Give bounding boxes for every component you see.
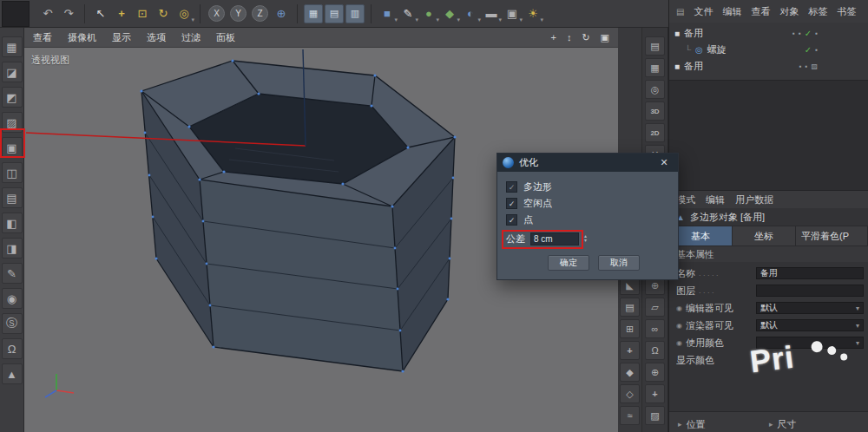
x-axis-lock[interactable]: X [208,5,225,22]
link-icon[interactable]: ∞ [645,319,665,338]
enabled-check-icon[interactable]: ✓ [805,45,812,55]
polygons-mode-icon[interactable]: ▤ [2,187,23,208]
om-menu-bookmarks[interactable]: 书签 [837,5,856,18]
spline-pen-icon[interactable]: ✎ ▾ [398,3,418,24]
pan-view-icon[interactable]: + [550,32,556,43]
attr-menu-userdata[interactable]: 用户数据 [735,193,773,206]
editor-visibility-select[interactable]: 默认 ▾ [756,302,864,314]
close-icon[interactable]: ✕ [655,157,673,168]
brush-tool-icon[interactable]: ◉ [2,288,23,309]
model-mode-icon[interactable]: ◪ [2,62,23,82]
section-basic-properties[interactable]: 基本属性 [669,246,868,262]
texture-mode-icon[interactable]: ◩ [2,87,23,108]
texture2-icon[interactable]: ▨ [645,406,665,425]
ok-button[interactable]: 确定 [548,255,589,271]
last-tool-icon[interactable]: ◎ ▾ [174,3,194,24]
om-menu-edit[interactable]: 编辑 [722,5,741,18]
subdivision-surface-icon[interactable]: ● ▾ [419,3,438,24]
triangle-icon[interactable]: ▸ [678,420,682,429]
wave-icon[interactable]: ≈ [620,406,640,425]
om-menu-tags[interactable]: 标签 [808,5,827,18]
tree-item-beiyong-2[interactable]: ■ 备用 ▪ ▪ ▨ [669,58,868,75]
visibility-dot-icon[interactable]: ▪ [815,46,818,54]
toggle-view-icon[interactable]: ▣ [601,32,609,43]
rotate-view-icon[interactable]: ↻ [582,32,589,43]
tree-item-beiyong-1[interactable]: ■ 备用 ▪ ▪ ✓ ▪ [669,25,868,42]
layer-dot-icon[interactable]: ▪ [806,62,808,70]
tolerance-input[interactable]: 8 cm [530,232,579,245]
om-menu-file[interactable]: 文件 [694,5,713,18]
magnet-tool-icon[interactable]: Ω [2,338,23,359]
spinner-stepper[interactable]: ▴ ▾ [584,234,587,243]
hex-icon[interactable]: ◇ [620,384,640,403]
points-mode-icon[interactable]: ▣ [2,137,23,158]
renderer-visibility-select[interactable]: 默认 ▾ [756,319,864,331]
axis-cross-icon[interactable]: + [620,341,640,360]
layer-dot-icon[interactable]: ▪ [799,29,801,37]
visibility-dot-icon[interactable]: ▪ [815,29,818,37]
hatch-icon[interactable]: ▤ [620,298,640,317]
vp-menu-panel[interactable]: 面板 [216,31,235,44]
panel-menu-icon[interactable]: ▤ [676,7,684,16]
camera-icon[interactable]: ▣ ▾ [503,3,522,24]
om-menu-view[interactable]: 查看 [751,5,770,18]
checkbox-row-polygons[interactable]: ✓ 多边形 [506,179,669,195]
render-settings-icon[interactable]: ▥ [345,4,365,23]
sculpt-tool-icon[interactable]: Ⓢ [2,313,23,334]
select-tool-icon[interactable]: ↖ [91,3,110,24]
attr-menu-edit[interactable]: 编辑 [706,193,725,206]
floor-icon[interactable]: ▬ ▾ [482,3,501,24]
coords-panel-icon[interactable]: ▤ [645,36,665,56]
spinner-down-icon[interactable]: ▾ [584,239,587,243]
deformers-icon[interactable]: ◐ ▾ [461,3,480,24]
paint-tool-icon[interactable]: ✎ [2,263,23,284]
primitive-cube-icon[interactable]: ■ ▾ [378,3,397,24]
view-3d-icon[interactable]: 3D [645,101,665,121]
layer-dot-icon[interactable]: ▪ [792,29,795,37]
y-axis-lock[interactable]: Y [230,5,247,22]
use-color-select[interactable]: ▾ [756,337,864,349]
layer-field[interactable] [756,285,864,297]
workplane-mode-icon[interactable]: ▨ [2,112,23,133]
name-field[interactable]: 备用 [756,267,864,279]
grid-green-icon[interactable]: ⊞ [620,319,640,338]
coord-system-icon[interactable]: ⊕ [272,3,291,24]
gem-icon[interactable]: ◆ [620,363,640,382]
axis-lock-icon[interactable]: ◨ [2,238,23,259]
enable-axis-icon[interactable]: ◧ [2,213,23,233]
render-view-icon[interactable]: ▦ [304,4,323,23]
vp-menu-view[interactable]: 查看 [33,31,52,44]
axis-gizmo-icon[interactable]: ▲ [2,363,23,384]
vp-menu-options[interactable]: 选项 [147,31,166,44]
radio-icon[interactable]: ◉ [676,304,682,312]
vp-menu-filter[interactable]: 过滤 [181,31,201,44]
light-icon[interactable]: ☀ ▾ [523,3,542,24]
zoom-view-icon[interactable]: ↕ [567,32,572,43]
plane-icon[interactable]: ▱ [645,298,665,317]
checkbox-points[interactable]: ✓ [506,214,517,226]
add-green-icon[interactable]: + [645,384,665,403]
radio-icon[interactable]: ◉ [676,339,682,347]
render-picture-icon[interactable]: ▤ [325,4,344,23]
z-axis-lock[interactable]: Z [252,5,268,22]
magnet2-icon[interactable]: Ω [645,341,665,360]
tab-phong[interactable]: 平滑着色(P [796,226,868,245]
make-editable-icon[interactable]: ▦ [2,36,23,57]
om-menu-object[interactable]: 对象 [779,5,799,18]
attr-menu-mode[interactable]: 模式 [676,193,695,206]
dialog-titlebar[interactable]: 优化 ✕ [497,154,678,172]
checkbox-row-unused-points[interactable]: ✓ 空闲点 [506,195,669,212]
rotate-tool-icon[interactable]: ↻ [154,3,173,24]
triangle-icon[interactable]: ▸ [769,420,773,429]
tab-coordinates[interactable]: 坐标 [733,226,796,245]
redo-icon[interactable]: ↷ [59,3,78,24]
checkbox-row-points[interactable]: ✓ 点 [506,212,669,228]
radio-icon[interactable]: ◉ [676,322,682,330]
tree-item-luoxuan[interactable]: └ ◎ 螺旋 ✓ ▪ [669,42,868,58]
layer-dot-icon[interactable]: ▪ [799,62,802,70]
texture-tag-icon[interactable]: ▨ [811,62,818,70]
enabled-check-icon[interactable]: ✓ [805,29,812,38]
view-2d-icon[interactable]: 2D [645,123,665,142]
spiral-icon[interactable]: ◎ [645,80,665,99]
scale-tool-icon[interactable]: ⊡ [133,3,152,24]
